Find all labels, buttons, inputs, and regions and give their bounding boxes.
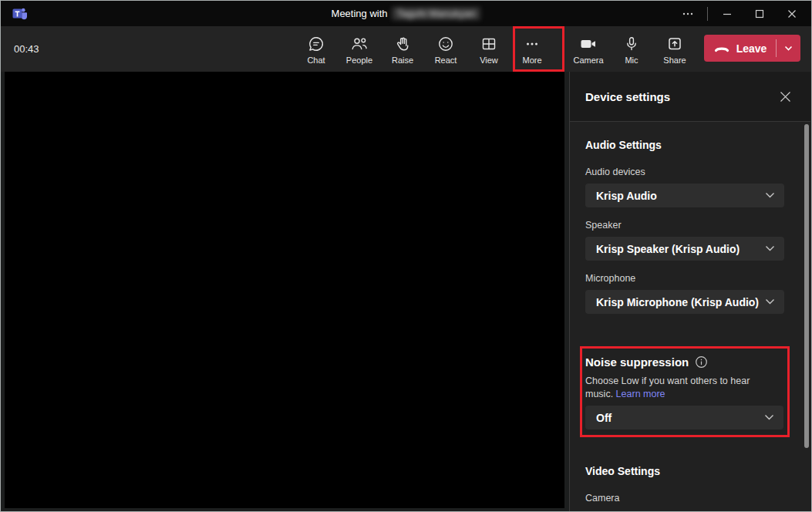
microphone-label: Microphone xyxy=(585,273,784,285)
share-screen-icon xyxy=(665,35,684,52)
audio-devices-dropdown[interactable]: Krisp Audio xyxy=(585,184,784,207)
maximize-button[interactable] xyxy=(743,1,776,26)
more-label: More xyxy=(522,56,541,65)
close-panel-button[interactable] xyxy=(778,89,792,103)
people-icon xyxy=(350,35,369,52)
leave-button[interactable]: Leave xyxy=(704,35,800,62)
raise-hand-label: Raise xyxy=(392,56,413,65)
noise-suppression-description: Choose Low if you want others to hear mu… xyxy=(585,375,783,401)
meeting-toolbar: 00:43 Chat People Raise xyxy=(1,26,811,72)
chevron-down-icon xyxy=(765,192,775,199)
audio-settings-heading: Audio Settings xyxy=(585,139,784,152)
chevron-down-icon xyxy=(783,43,793,53)
chevron-down-icon xyxy=(765,245,775,252)
chevron-down-icon xyxy=(765,298,775,305)
titlebar-divider xyxy=(707,7,708,21)
people-button[interactable]: People xyxy=(339,33,380,69)
camera-icon xyxy=(579,35,598,52)
noise-suppression-heading: Noise suppression xyxy=(585,355,783,369)
teams-meeting-window: Meeting with Taguhi Manukyan 00:43 xyxy=(0,0,812,512)
speaker-value: Krisp Speaker (Krisp Audio) xyxy=(596,243,740,255)
annotation-box-noise-suppression: Noise suppression Choose Low if you want… xyxy=(580,346,790,437)
mic-button[interactable]: Mic xyxy=(611,33,652,69)
panel-header: Device settings xyxy=(570,72,810,122)
react-label: React xyxy=(435,56,457,65)
view-grid-icon xyxy=(480,35,497,52)
camera-button[interactable]: Camera xyxy=(568,33,609,69)
microphone-value: Krisp Microphone (Krisp Audio) xyxy=(596,296,759,308)
audio-devices-label: Audio devices xyxy=(585,167,784,178)
panel-scrollbar[interactable] xyxy=(804,124,809,448)
video-stage xyxy=(5,72,564,508)
chat-button[interactable]: Chat xyxy=(295,33,337,69)
raise-hand-icon xyxy=(394,35,411,52)
learn-more-link[interactable]: Learn more xyxy=(616,389,665,399)
mic-icon xyxy=(623,35,640,52)
microphone-dropdown[interactable]: Krisp Microphone (Krisp Audio) xyxy=(585,290,784,314)
audio-devices-value: Krisp Audio xyxy=(596,190,657,202)
close-window-button[interactable] xyxy=(776,1,808,26)
noise-suppression-value: Off xyxy=(596,412,612,424)
camera-field-label: Camera xyxy=(585,493,784,504)
view-button[interactable]: View xyxy=(468,33,510,69)
participant-name-blurred: Taguhi Manukyan xyxy=(392,7,481,20)
speaker-dropdown[interactable]: Krisp Speaker (Krisp Audio) xyxy=(585,237,784,261)
meeting-timer: 00:43 xyxy=(14,26,39,72)
share-button[interactable]: Share xyxy=(654,33,696,69)
noise-suppression-dropdown[interactable]: Off xyxy=(585,406,783,429)
leave-options-chevron[interactable] xyxy=(777,35,800,62)
window-title-prefix: Meeting with xyxy=(332,8,388,19)
close-icon xyxy=(780,91,791,103)
more-ellipsis-icon xyxy=(524,35,541,52)
mic-label: Mic xyxy=(625,56,638,65)
info-icon[interactable] xyxy=(695,355,708,369)
noise-desc-line2: music. xyxy=(585,389,613,399)
noise-desc-line1: Choose Low if you want others to hear xyxy=(585,376,750,386)
chat-icon xyxy=(308,35,325,52)
hangup-icon xyxy=(713,42,730,55)
video-settings-heading: Video Settings xyxy=(585,465,784,478)
share-label: Share xyxy=(663,56,686,65)
window-controls xyxy=(672,1,808,26)
panel-title: Device settings xyxy=(585,90,778,103)
people-label: People xyxy=(346,56,372,65)
speaker-label: Speaker xyxy=(585,220,784,231)
minimize-button[interactable] xyxy=(711,1,743,26)
react-button[interactable]: React xyxy=(425,33,467,69)
leave-button-main[interactable]: Leave xyxy=(704,35,776,62)
view-label: View xyxy=(480,56,498,65)
title-bar: Meeting with Taguhi Manukyan xyxy=(1,1,811,26)
noise-suppression-title: Noise suppression xyxy=(585,355,689,369)
titlebar-more-icon[interactable] xyxy=(672,1,704,26)
leave-label: Leave xyxy=(736,42,767,55)
chat-label: Chat xyxy=(307,56,325,65)
panel-body: Audio Settings Audio devices Krisp Audio… xyxy=(570,139,810,504)
device-settings-panel: Device settings Audio Settings Audio dev… xyxy=(569,72,810,511)
camera-label: Camera xyxy=(573,56,603,65)
react-smiley-icon xyxy=(437,35,454,52)
chevron-down-icon xyxy=(764,414,774,421)
raise-hand-button[interactable]: Raise xyxy=(382,33,423,69)
more-button[interactable]: More xyxy=(511,33,553,69)
